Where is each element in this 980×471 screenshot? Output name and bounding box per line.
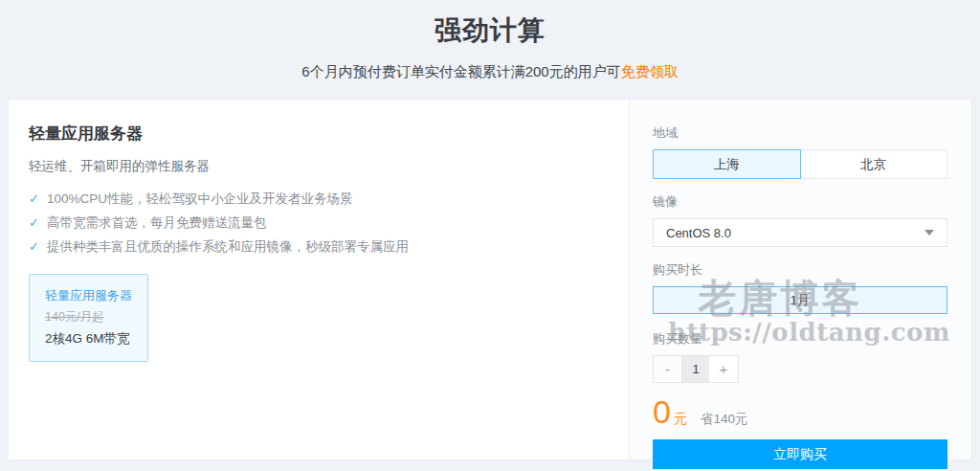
page-title: 强劲计算	[0, 12, 980, 49]
quantity-minus-button[interactable]: -	[653, 355, 682, 383]
plan-name: 轻量应用服务器	[45, 287, 132, 304]
caret-down-icon	[924, 230, 934, 236]
feature-list: ✓100%CPU性能，轻松驾驭中小企业及开发者业务场景 ✓高带宽需求首选，每月免…	[29, 187, 600, 258]
page-header: 强劲计算 6个月内预付费订单实付金额累计满200元的用户可免费领取	[0, 0, 980, 81]
plan-spec: 2核4G 6M带宽	[45, 330, 132, 348]
price-savings: 省140元	[701, 411, 748, 428]
feature-item: ✓100%CPU性能，轻松驾驭中小企业及开发者业务场景	[29, 187, 600, 211]
product-name: 轻量应用服务器	[29, 123, 600, 145]
promo-subtitle: 6个月内预付费订单实付金额累计满200元的用户可免费领取	[0, 63, 980, 81]
feature-item: ✓高带宽需求首选，每月免费赠送流量包	[29, 211, 600, 235]
quantity-label: 购买数量	[653, 330, 947, 348]
feature-item: ✓提供种类丰富且优质的操作系统和应用镜像，秒级部署专属应用	[29, 235, 600, 258]
image-label: 镜像	[653, 193, 947, 211]
region-tab-beijing[interactable]: 北京	[801, 149, 948, 179]
feature-text: 提供种类丰富且优质的操作系统和应用镜像，秒级部署专属应用	[47, 239, 409, 254]
quantity-stepper: - 1 +	[653, 355, 947, 383]
check-icon: ✓	[29, 239, 39, 254]
price-row: 0 元 省140元	[653, 395, 947, 428]
buy-now-button[interactable]: 立即购买	[653, 439, 947, 469]
quantity-plus-button[interactable]: +	[709, 355, 739, 383]
free-claim-link[interactable]: 免费领取	[621, 63, 679, 79]
price-amount: 0	[653, 395, 671, 428]
region-label: 地域	[653, 124, 947, 142]
check-icon: ✓	[29, 191, 39, 206]
plan-old-price: 140元/月起	[45, 309, 132, 325]
promo-text: 6个月内预付费订单实付金额累计满200元的用户可	[301, 63, 620, 79]
plan-card[interactable]: 轻量应用服务器 140元/月起 2核4G 6M带宽	[29, 274, 148, 362]
product-card: 轻量应用服务器 轻运维、开箱即用的弹性服务器 ✓100%CPU性能，轻松驾驭中小…	[8, 99, 972, 460]
duration-label: 购买时长	[653, 261, 947, 279]
price-unit: 元	[674, 411, 687, 428]
image-selected-value: CentOS 8.0	[666, 226, 731, 240]
purchase-config-panel: 地域 上海 北京 镜像 CentOS 8.0 购买时长 1月 购买数量 - 1 …	[629, 100, 971, 460]
region-tabs: 上海 北京	[653, 149, 947, 179]
product-tagline: 轻运维、开箱即用的弹性服务器	[29, 158, 600, 175]
duration-option-1month[interactable]: 1月	[653, 286, 947, 314]
quantity-value[interactable]: 1	[682, 355, 709, 383]
feature-text: 高带宽需求首选，每月免费赠送流量包	[47, 215, 267, 230]
feature-text: 100%CPU性能，轻松驾驭中小企业及开发者业务场景	[47, 191, 353, 206]
check-icon: ✓	[29, 215, 39, 230]
product-info-panel: 轻量应用服务器 轻运维、开箱即用的弹性服务器 ✓100%CPU性能，轻松驾驭中小…	[9, 100, 629, 460]
region-tab-shanghai[interactable]: 上海	[653, 149, 801, 179]
image-select[interactable]: CentOS 8.0	[653, 218, 947, 247]
